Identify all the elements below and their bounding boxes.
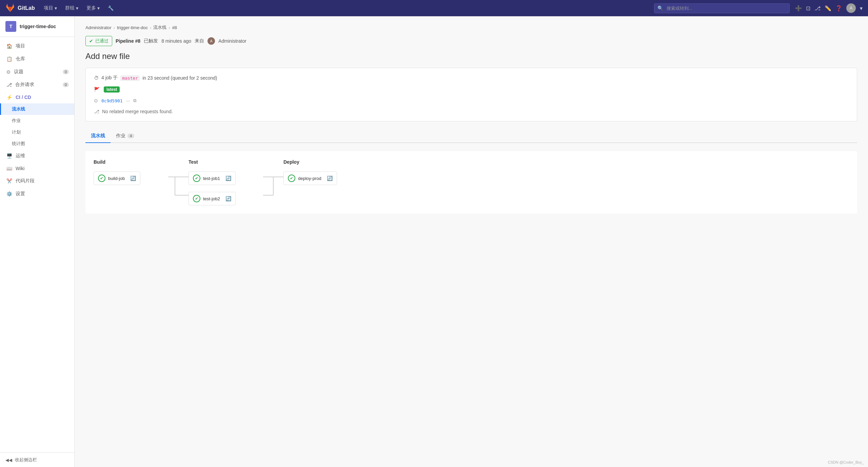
- sidebar-item-operations-label: 运维: [16, 153, 25, 159]
- job-success-icon-test1: ✔: [193, 175, 200, 182]
- tab-jobs[interactable]: 作业 4: [111, 129, 140, 143]
- pipeline-stage-deploy: Deploy ✔ deploy-prod 🔄: [283, 159, 358, 185]
- avatar-chevron[interactable]: ▾: [860, 5, 863, 12]
- job-retry-icon-test2[interactable]: 🔄: [225, 196, 231, 201]
- top-nav-actions: ➕ ⊡ ⎇ ✏️ ❓ A ▾: [795, 3, 863, 13]
- pipeline-commit-row: ⊙ 0c9d5901 ··· ⧉: [94, 98, 849, 103]
- job-retry-icon-build[interactable]: 🔄: [130, 176, 136, 181]
- job-retry-icon-test1[interactable]: 🔄: [225, 176, 231, 181]
- edit-icon[interactable]: ✏️: [825, 5, 831, 12]
- app-logo[interactable]: GitLab: [5, 3, 35, 13]
- sidebar-item-charts[interactable]: 统计图: [0, 138, 74, 149]
- footer-note: CSDN @Coder_Boy_: [828, 460, 864, 464]
- sidebar-item-wiki[interactable]: 📖 Wiki: [0, 162, 74, 175]
- pipeline-branch: master: [120, 75, 140, 81]
- search-input[interactable]: [654, 3, 790, 13]
- sidebar-item-pipelines[interactable]: 流水线: [0, 103, 74, 115]
- job-node-build-job[interactable]: ✔ build-job 🔄: [94, 171, 140, 185]
- breadcrumb: Administrator › trigger-time-doc › 流水线 ›…: [85, 24, 857, 31]
- pipeline-latest-row: 🚩 latest: [94, 86, 849, 93]
- nav-projects-label: 项目: [44, 5, 53, 11]
- collapse-icon: ◀◀: [5, 458, 12, 463]
- job-node-test-job2[interactable]: ✔ test-job2 🔄: [189, 192, 236, 205]
- top-navigation: GitLab 项目 ▾ 群组 ▾ 更多 ▾ 🔧 🔍 ➕ ⊡ ⎇ ✏️ ❓ A ▾: [0, 0, 868, 16]
- copy-commit-icon[interactable]: ⧉: [133, 98, 136, 103]
- breadcrumb-sep-3: ›: [169, 25, 170, 30]
- breadcrumb-current: #8: [172, 25, 177, 30]
- sidebar-item-issues[interactable]: ⊙ 议题 0: [0, 65, 74, 78]
- job-success-icon-test2: ✔: [193, 195, 200, 202]
- job-retry-icon-deploy[interactable]: 🔄: [327, 176, 333, 181]
- pipeline-no-mr-text: No related merge requests found.: [102, 109, 173, 114]
- sidebar-item-settings-label: 设置: [16, 191, 25, 197]
- pipeline-time-ago: 8 minutes ago: [161, 38, 191, 44]
- sidebar-item-operations[interactable]: 🖥️ 运维: [0, 149, 74, 162]
- pipeline-card: ⏱ 4 job 于 master in 23 second (queued fo…: [85, 68, 857, 121]
- pipeline-author: Administrator: [218, 38, 246, 44]
- issue-icon: ⊙: [6, 69, 11, 75]
- stage-deploy-label: Deploy: [283, 159, 299, 165]
- wiki-icon: 📖: [6, 166, 12, 171]
- sidebar-toggle-icon[interactable]: ⊡: [806, 5, 810, 12]
- job-name-build-job: build-job: [108, 176, 125, 181]
- ops-icon: 🖥️: [6, 153, 12, 159]
- pipeline-job-count: 4 job 于: [101, 75, 118, 81]
- nav-groups-chevron: ▾: [76, 5, 78, 11]
- job-name-deploy-prod: deploy-prod: [298, 176, 321, 181]
- home-icon: 🏠: [6, 43, 12, 49]
- pipeline-author-avatar: A: [208, 37, 215, 45]
- book-icon: 📋: [6, 56, 12, 62]
- sidebar-item-project[interactable]: 🏠 项目: [0, 40, 74, 53]
- pipeline-triggered-text: 已触发: [144, 38, 158, 44]
- sidebar-collapse-button[interactable]: ◀◀ 收起侧边栏: [0, 452, 74, 467]
- breadcrumb-administrator[interactable]: Administrator: [85, 25, 112, 30]
- nav-more[interactable]: 更多 ▾: [83, 3, 103, 13]
- connector-build-test: [168, 159, 189, 199]
- tab-jobs-label: 作业: [116, 133, 125, 139]
- pipeline-number: Pipeline #8: [116, 38, 140, 44]
- nav-more-chevron: ▾: [97, 5, 100, 11]
- tab-pipeline-label: 流水线: [91, 133, 105, 139]
- sidebar: T trigger-time-doc 🏠 项目 📋 仓库 ⊙ 议题 0 ⎇ 合并…: [0, 16, 75, 467]
- sidebar-project-header: T trigger-time-doc: [0, 16, 74, 37]
- nav-projects[interactable]: 项目 ▾: [40, 3, 60, 13]
- sidebar-item-merge-requests[interactable]: ⎇ 合并请求 0: [0, 78, 74, 91]
- flag-icon: 🚩: [94, 87, 100, 92]
- breadcrumb-project[interactable]: trigger-time-doc: [117, 25, 148, 30]
- nav-wrench[interactable]: 🔧: [104, 3, 117, 13]
- merge-icon: ⎇: [6, 82, 12, 87]
- commit-hash-link[interactable]: 0c9d5901: [101, 98, 123, 103]
- job-node-test-job1[interactable]: ✔ test-job1 🔄: [189, 171, 236, 185]
- user-avatar[interactable]: A: [846, 3, 856, 13]
- sidebar-item-schedules[interactable]: 计划: [0, 126, 74, 138]
- pipeline-meta-row: ⏱ 4 job 于 master in 23 second (queued fo…: [94, 75, 849, 81]
- merge-requests-badge: 0: [63, 82, 69, 87]
- project-avatar: T: [5, 21, 16, 32]
- help-icon[interactable]: ❓: [835, 5, 842, 12]
- pipeline-graph-wrapper: Build ✔ build-job 🔄: [85, 151, 857, 214]
- tab-pipeline[interactable]: 流水线: [85, 129, 111, 143]
- search-bar: 🔍: [654, 3, 790, 13]
- sidebar-item-snippets[interactable]: ✂️ 代码片段: [0, 175, 74, 187]
- sidebar-collapse-label: 收起侧边栏: [15, 457, 37, 463]
- pipeline-stage-test: Test ✔ test-job1 🔄 ✔ test-job2 🔄: [189, 159, 263, 205]
- sidebar-item-repository[interactable]: 📋 仓库: [0, 53, 74, 65]
- breadcrumb-pipelines[interactable]: 流水线: [153, 24, 166, 31]
- pipeline-duration: in 23 second (queued for 2 second): [142, 75, 217, 81]
- pipeline-status-bar: ✔ 已通过 Pipeline #8 已触发 8 minutes ago 来自 A…: [85, 36, 857, 46]
- nav-groups[interactable]: 群组 ▾: [62, 3, 82, 13]
- pipeline-status-badge: ✔ 已通过: [85, 36, 112, 46]
- jobs-count-badge: 4: [127, 134, 134, 138]
- sidebar-item-wiki-label: Wiki: [16, 166, 24, 171]
- sidebar-item-cicd[interactable]: ⚡ CI / CD: [0, 91, 74, 103]
- sidebar-item-jobs[interactable]: 作业: [0, 115, 74, 126]
- breadcrumb-sep-2: ›: [150, 25, 151, 30]
- merge-request-icon[interactable]: ⎇: [814, 5, 821, 12]
- sidebar-item-snippets-label: 代码片段: [16, 178, 35, 184]
- commit-ellipsis[interactable]: ···: [126, 98, 130, 103]
- plus-icon[interactable]: ➕: [795, 5, 802, 12]
- job-node-deploy-prod[interactable]: ✔ deploy-prod 🔄: [283, 171, 337, 185]
- connector-svg-build-test: [168, 172, 189, 199]
- pipeline-status-text: 已通过: [95, 38, 108, 44]
- sidebar-item-settings[interactable]: ⚙️ 设置: [0, 187, 74, 200]
